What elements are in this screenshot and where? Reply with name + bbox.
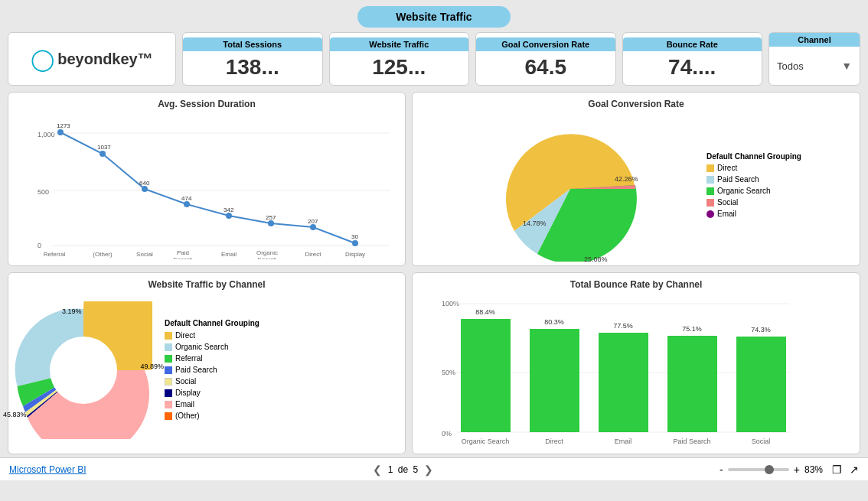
avg-session-title: Avg. Session Duration	[15, 99, 399, 109]
legend-color-direct	[706, 164, 714, 172]
dot-paid-search	[184, 201, 190, 207]
donut-svg	[15, 301, 152, 439]
svg-text:0: 0	[38, 242, 41, 249]
legend-color-social	[706, 199, 714, 207]
tl-email: Email	[165, 400, 259, 408]
goal-conversion-title: Goal Conversion Rate	[419, 99, 853, 109]
logo-text: beyondkey™	[57, 50, 152, 68]
dot-direct	[310, 224, 316, 230]
channel-value: Todos	[777, 60, 804, 72]
zoom-thumb	[765, 465, 774, 474]
zoom-controls: - + 83% ❐ ↗	[720, 464, 859, 476]
dot-referral	[57, 129, 64, 135]
legend-label-email: Email	[717, 210, 736, 218]
bar-paid	[667, 336, 717, 432]
fullscreen-icon[interactable]: ❐	[832, 464, 842, 476]
dot-organic	[268, 220, 274, 226]
bar-social	[736, 337, 786, 432]
legend-color-email	[706, 210, 714, 218]
expand-icon[interactable]: ↗	[850, 464, 859, 476]
legend-organic-search: Organic Search	[706, 187, 801, 195]
svg-text:77.5%: 77.5%	[613, 322, 633, 330]
svg-text:640: 640	[139, 180, 150, 187]
svg-text:Search: Search	[257, 256, 276, 259]
avg-session-panel: Avg. Session Duration 1,000 500 0	[8, 92, 406, 266]
svg-text:74.3%: 74.3%	[751, 326, 771, 333]
legend-paid-search: Paid Search	[706, 175, 801, 184]
traffic-channel-title: Website Traffic by Channel	[15, 279, 399, 290]
svg-text:14.78%: 14.78%	[523, 220, 547, 227]
legend-color-paid	[706, 176, 714, 184]
legend-label-social: Social	[717, 198, 738, 207]
svg-text:Organic: Organic	[256, 249, 278, 256]
svg-text:25.08%: 25.08%	[584, 255, 608, 262]
svg-text:80.3%: 80.3%	[544, 318, 564, 326]
zoom-level: 83%	[804, 464, 823, 475]
channel-title: Channel	[769, 33, 860, 47]
metric-value-goal: 64.5	[525, 51, 567, 81]
title-bar: Website Traffic	[357, 6, 511, 28]
prev-page-arrow[interactable]: ❮	[373, 464, 382, 476]
tl-display: Display	[165, 389, 259, 397]
donut-container: 3.19% 49.89% 45.83%	[15, 301, 152, 441]
svg-text:Organic Search: Organic Search	[462, 438, 510, 445]
page-total: 5	[413, 464, 418, 475]
goal-legend: Default Channel Grouping Direct Paid Sea…	[706, 152, 801, 221]
bounce-rate-panel: Total Bounce Rate by Channel 100% 50% 0%…	[412, 272, 860, 454]
traffic-channel-panel: Website Traffic by Channel 3.19% 49.89% …	[8, 272, 406, 454]
powerbi-link[interactable]: Microsoft Power BI	[9, 464, 86, 475]
donut-label-right: 49.89%	[140, 363, 164, 370]
svg-text:Paid Search: Paid Search	[673, 438, 710, 445]
logo-box: ◯ beyondkey™	[8, 32, 176, 86]
zoom-slider[interactable]	[728, 468, 789, 471]
goal-pie-svg: 42.26% 14.78% 17.88% 25.08%	[471, 112, 700, 262]
page-nav: ❮ 1 de 5 ❯	[373, 464, 433, 476]
metric-title-sessions: Total Sessions	[183, 37, 322, 51]
header-row: ◯ beyondkey™ Total Sessions 138... Websi…	[0, 32, 868, 86]
svg-text:0%: 0%	[442, 430, 452, 438]
zoom-plus[interactable]: +	[794, 464, 800, 476]
channel-card[interactable]: Channel Todos ▼	[768, 32, 860, 86]
pie-chart-area: 42.26% 14.78% 17.88% 25.08% Default Chan…	[419, 114, 853, 259]
legend-color-organic	[706, 187, 714, 195]
legend-social: Social	[706, 198, 801, 207]
dot-social	[142, 186, 148, 192]
footer-bar: Microsoft Power BI ❮ 1 de 5 ❯ - + 83% ❐ …	[0, 457, 868, 480]
svg-text:88.4%: 88.4%	[475, 308, 495, 316]
svg-text:42.26%: 42.26%	[615, 175, 638, 183]
charts-row-1: Avg. Session Duration 1,000 500 0	[0, 92, 868, 266]
goal-legend-title: Default Channel Grouping	[706, 152, 801, 161]
line-chart-svg: 1,000 500 0	[15, 114, 397, 259]
svg-text:500: 500	[38, 188, 49, 196]
zoom-minus[interactable]: -	[720, 464, 723, 476]
chevron-down-icon: ▼	[841, 60, 852, 72]
traffic-legend: Default Channel Grouping Direct Organic …	[165, 319, 259, 423]
svg-text:474: 474	[181, 195, 192, 202]
page-current: 1	[388, 464, 393, 475]
bar-email	[599, 333, 648, 432]
legend-email: Email	[706, 210, 801, 218]
svg-text:342: 342	[224, 207, 234, 213]
logo-icon: ◯	[31, 47, 54, 72]
tl-referral: Referral	[165, 354, 259, 363]
metric-value-sessions: 138...	[226, 51, 279, 81]
svg-text:Direct: Direct	[305, 251, 322, 258]
legend-direct: Direct	[706, 164, 801, 172]
next-page-arrow[interactable]: ❯	[424, 464, 433, 476]
metric-value-bounce: 74....	[668, 51, 716, 81]
dot-email	[226, 213, 232, 219]
donut-hole	[50, 337, 117, 404]
page-title: Website Traffic	[396, 11, 472, 23]
svg-text:257: 257	[266, 214, 276, 221]
metric-website-traffic: Website Traffic 125...	[329, 32, 470, 86]
metric-title-bounce: Bounce Rate	[623, 37, 762, 51]
svg-text:1273: 1273	[57, 122, 70, 129]
goal-conversion-panel: Goal Conversion Rate 42.26% 14.78%	[412, 92, 860, 266]
bounce-rate-title: Total Bounce Rate by Channel	[419, 279, 853, 290]
traffic-legend-title: Default Channel Grouping	[165, 319, 259, 327]
svg-text:Direct: Direct	[545, 438, 563, 445]
svg-text:30: 30	[351, 233, 358, 240]
metric-total-sessions: Total Sessions 138...	[182, 32, 323, 86]
tl-social: Social	[165, 377, 259, 386]
bar-organic	[461, 319, 511, 432]
